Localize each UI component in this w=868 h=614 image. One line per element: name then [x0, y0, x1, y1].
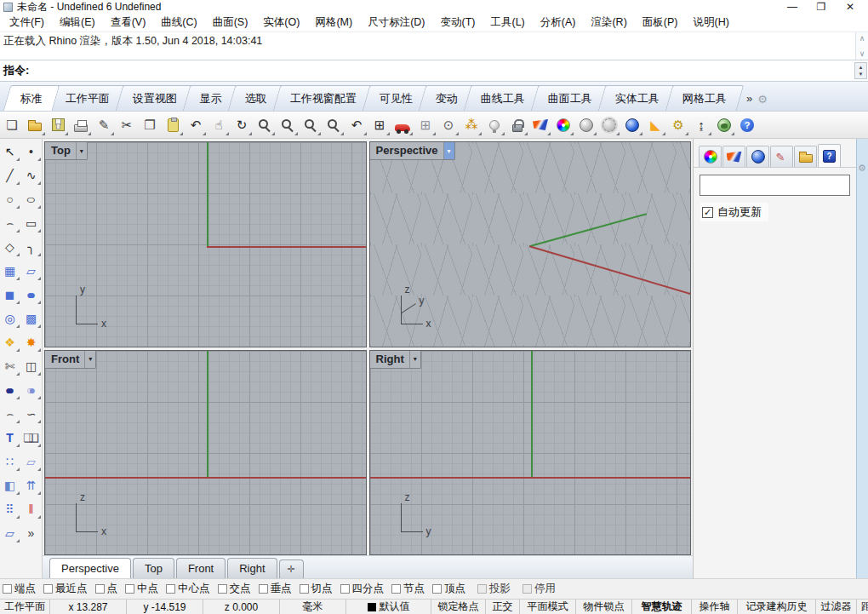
- zoom-extents-button[interactable]: [300, 115, 321, 135]
- toolbar-tab[interactable]: 工作视窗配置: [273, 85, 374, 111]
- statusbar-pane[interactable]: 物件锁点: [576, 600, 632, 614]
- viewport-title[interactable]: Right ▾: [370, 351, 421, 369]
- torus-button[interactable]: ◎: [0, 308, 20, 328]
- dimension-button[interactable]: ↨: [691, 115, 711, 135]
- menu-item[interactable]: 文件(F): [2, 14, 52, 32]
- select-pointer-button[interactable]: ↖: [0, 141, 20, 161]
- fillet-curve-button[interactable]: ⌢: [0, 404, 20, 423]
- new-document-button[interactable]: ❏: [2, 115, 22, 135]
- command-history-scrollbar[interactable]: ∧ ∨: [855, 32, 868, 60]
- polygon-button[interactable]: ◇: [0, 237, 20, 256]
- osnap-item[interactable]: 四分点: [340, 582, 385, 596]
- viewport-right[interactable]: Right ▾ z y: [369, 350, 692, 556]
- add-viewport-tab-button[interactable]: ✛: [279, 559, 304, 578]
- copy-group-button[interactable]: ∷: [0, 451, 20, 471]
- circle-button[interactable]: ○: [0, 189, 20, 209]
- menu-item[interactable]: 面板(P): [635, 14, 686, 32]
- material-tab[interactable]: [746, 146, 769, 167]
- shear-button[interactable]: ▱: [21, 451, 41, 471]
- surface-plane-button[interactable]: ▦: [0, 261, 20, 280]
- options-gears-button[interactable]: ⚙: [668, 115, 688, 135]
- command-input[interactable]: [29, 60, 865, 81]
- menu-item[interactable]: 尺寸标注(D): [360, 14, 432, 32]
- osnap-item[interactable]: 顶点: [432, 582, 465, 596]
- spin-down-icon[interactable]: ▼: [859, 72, 864, 77]
- toolbar-tab[interactable]: 曲线工具: [464, 85, 543, 111]
- viewport-menu-arrow-icon[interactable]: ▾: [76, 142, 87, 159]
- osnap-checkbox-icon[interactable]: [432, 584, 442, 594]
- ghosted-viewport-button[interactable]: [599, 115, 620, 135]
- radius-circle-button[interactable]: ⊙: [438, 115, 459, 135]
- restore-button[interactable]: ❐: [807, 1, 836, 13]
- trim-button[interactable]: ✄: [0, 356, 20, 376]
- shaded-viewport-button[interactable]: [576, 115, 597, 135]
- viewport-top[interactable]: Top ▾ y x: [44, 141, 367, 347]
- menu-item[interactable]: 网格(M): [307, 14, 360, 32]
- toolbar-tab[interactable]: 设置视图: [116, 85, 195, 111]
- toolbar-tab[interactable]: 工作平面: [49, 85, 128, 111]
- viewport-tab[interactable]: Right: [227, 558, 277, 578]
- statusbar-pane[interactable]: 正交: [486, 600, 520, 614]
- toolbar-tab[interactable]: 标准: [3, 85, 60, 111]
- statusbar-pane[interactable]: 操作轴: [692, 600, 738, 614]
- osnap-checkbox-icon[interactable]: [477, 584, 487, 594]
- help-tab[interactable]: [818, 144, 841, 167]
- osnap-item[interactable]: 端点: [3, 582, 36, 596]
- osnap-checkbox-icon[interactable]: [3, 584, 12, 594]
- menu-item[interactable]: 实体(O): [255, 14, 307, 32]
- texture-tab[interactable]: [770, 146, 793, 167]
- undo-view-change-button[interactable]: ↶: [346, 115, 367, 135]
- menu-item[interactable]: 变动(T): [433, 14, 483, 32]
- close-button[interactable]: ✕: [836, 1, 865, 13]
- viewport-title-label[interactable]: Top: [45, 142, 76, 159]
- menu-item[interactable]: 查看(V): [103, 14, 154, 32]
- menu-item[interactable]: 工具(L): [483, 14, 532, 32]
- osnap-checkbox-icon[interactable]: [166, 584, 175, 594]
- array-button[interactable]: ⠿: [0, 499, 20, 519]
- explode-burst-button[interactable]: ✸: [21, 332, 41, 352]
- zoom-selected-button[interactable]: [323, 115, 344, 135]
- statusbar-pane[interactable]: 平面模式: [520, 600, 576, 614]
- box-button[interactable]: ◼: [0, 284, 20, 304]
- osnap-checkbox-icon[interactable]: [95, 584, 105, 594]
- scroll-up-icon[interactable]: ∧: [859, 34, 865, 43]
- statusbar-pane[interactable]: 锁定格点: [431, 600, 486, 614]
- ellipse-button[interactable]: ○: [21, 189, 41, 209]
- edit-notes-button[interactable]: ✎: [94, 115, 114, 135]
- toolbar-tab[interactable]: 曲面工具: [531, 85, 610, 111]
- earth-anchor-button[interactable]: [714, 115, 734, 135]
- extrude-surface-button[interactable]: ⇈: [21, 475, 41, 495]
- viewport-title[interactable]: Perspective ▾: [370, 142, 455, 160]
- print-button[interactable]: [71, 115, 91, 135]
- menu-item[interactable]: 曲线(C): [153, 14, 204, 32]
- zoom-dynamic-button[interactable]: [254, 115, 275, 135]
- rendered-viewport-button[interactable]: [622, 115, 642, 135]
- menu-item[interactable]: 渲染(R): [583, 14, 634, 32]
- viewport-layout-button[interactable]: ⊞: [369, 115, 390, 135]
- save-button[interactable]: [48, 115, 68, 135]
- statusbar-cplane[interactable]: 工作平面: [0, 600, 50, 614]
- statusbar-pane[interactable]: 记录建构历史: [738, 600, 816, 614]
- viewport-perspective[interactable]: Perspective ▾ z y x: [369, 141, 692, 347]
- open-file-button[interactable]: [25, 115, 45, 135]
- mesh-surface-button[interactable]: ▩: [21, 308, 41, 328]
- osnap-checkbox-icon[interactable]: [340, 584, 350, 594]
- color-wheel-button[interactable]: [553, 115, 574, 135]
- tab-gear-icon[interactable]: ⚙: [757, 93, 768, 106]
- osnap-item[interactable]: 中心点: [166, 582, 210, 596]
- text-object-button[interactable]: T: [0, 428, 20, 447]
- render-tab[interactable]: [722, 146, 745, 167]
- minimize-button[interactable]: —: [778, 1, 807, 13]
- panel-gear-icon[interactable]: ⚙: [858, 163, 866, 174]
- tab-overflow-button[interactable]: »: [746, 92, 752, 105]
- toolbar-tab[interactable]: 网格工具: [665, 85, 745, 111]
- statusbar-pane[interactable]: 智慧轨迹: [632, 600, 692, 614]
- osnap-item[interactable]: 交点: [218, 582, 251, 596]
- sphere-button[interactable]: ●●: [21, 284, 41, 304]
- move-button[interactable]: ❏❏: [21, 428, 41, 447]
- arc-button[interactable]: ⌢: [0, 213, 20, 232]
- extrude-solid-button[interactable]: ◧: [0, 475, 20, 495]
- rectangle-button[interactable]: ▭: [21, 213, 41, 232]
- menu-item[interactable]: 曲面(S): [205, 14, 256, 32]
- osnap-checkbox-icon[interactable]: [43, 584, 53, 594]
